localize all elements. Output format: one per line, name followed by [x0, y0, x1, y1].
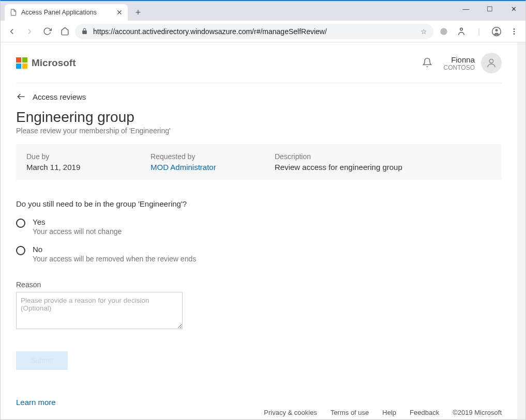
window-controls: — ☐ ✕ [454, 1, 525, 17]
extension-icon-2[interactable] [454, 24, 469, 39]
reload-button[interactable] [40, 24, 54, 39]
user-org: CONTOSO [444, 64, 475, 71]
microsoft-logo[interactable]: Microsoft [16, 57, 76, 69]
svg-point-7 [489, 59, 493, 63]
profile-button[interactable] [489, 24, 504, 39]
requested-by-link[interactable]: MOD Administrator [151, 163, 244, 172]
svg-point-3 [495, 29, 498, 32]
new-tab-button[interactable]: + [131, 5, 145, 20]
tab-close-icon[interactable]: ✕ [116, 8, 123, 17]
window-maximize-button[interactable]: ☐ [478, 1, 502, 17]
extension-icon[interactable] [437, 24, 451, 39]
option-yes-sub: Your access will not change [33, 227, 122, 236]
page-viewport: Microsoft Fionna CONTOSO [1, 42, 525, 419]
page-content: Microsoft Fionna CONTOSO [1, 42, 517, 419]
url-text: https://account.activedirectory.windowsa… [93, 27, 415, 36]
user-menu[interactable]: Fionna CONTOSO [444, 53, 502, 73]
breadcrumb-back[interactable]: Access reviews [16, 83, 502, 107]
footer-feedback-link[interactable]: Feedback [410, 409, 439, 416]
browser-titlebar: Access Panel Applications ✕ + — ☐ ✕ [1, 1, 525, 21]
svg-point-6 [514, 33, 515, 35]
breadcrumb-label: Access reviews [33, 92, 86, 101]
footer-copyright: ©2019 Microsoft [453, 409, 502, 416]
vertical-scrollbar[interactable] [517, 42, 525, 419]
option-no-sub: Your access will be removed when the rev… [33, 255, 196, 263]
svg-point-0 [440, 28, 447, 35]
back-arrow-icon [16, 91, 26, 102]
bookmark-star-icon[interactable]: ☆ [420, 27, 427, 36]
browser-menu-button[interactable] [507, 24, 521, 39]
site-header: Microsoft Fionna CONTOSO [16, 50, 502, 83]
home-button[interactable] [57, 24, 72, 39]
browser-tab[interactable]: Access Panel Applications ✕ [5, 4, 128, 21]
footer-privacy-link[interactable]: Privacy & cookies [264, 409, 317, 416]
microsoft-logo-icon [16, 57, 27, 69]
svg-point-5 [514, 30, 515, 32]
description-label: Description [275, 152, 491, 161]
option-yes[interactable]: Yes Your access will not change [16, 217, 502, 236]
review-info-panel: Due by March 11, 2019 Requested by MOD A… [16, 144, 502, 180]
svg-point-1 [460, 28, 463, 30]
brand-text: Microsoft [32, 57, 76, 69]
submit-button[interactable]: Submit [16, 351, 68, 370]
due-by-label: Due by [26, 152, 119, 161]
user-name: Fionna [444, 55, 475, 64]
due-by-value: March 11, 2019 [26, 163, 119, 172]
svg-point-4 [514, 28, 515, 30]
reason-textarea[interactable] [16, 292, 183, 329]
divider: | [472, 24, 486, 39]
forward-button[interactable] [22, 24, 37, 39]
page-icon [10, 9, 17, 16]
footer-help-link[interactable]: Help [382, 409, 396, 416]
address-bar[interactable]: https://account.activedirectory.windowsa… [75, 24, 433, 39]
lock-icon [81, 28, 88, 35]
browser-window: Access Panel Applications ✕ + — ☐ ✕ http… [0, 0, 526, 420]
page-subtitle: Please review your membership of 'Engine… [16, 127, 502, 135]
radio-no[interactable] [16, 246, 25, 255]
notifications-button[interactable] [422, 57, 432, 69]
footer-terms-link[interactable]: Terms of use [330, 409, 369, 416]
option-no-label: No [33, 245, 196, 254]
window-minimize-button[interactable]: — [454, 1, 478, 17]
option-no[interactable]: No Your access will be removed when the … [16, 245, 502, 263]
description-value: Review access for engineering group [275, 163, 491, 172]
avatar [481, 53, 502, 73]
window-close-button[interactable]: ✕ [502, 1, 525, 17]
back-button[interactable] [5, 24, 19, 39]
requested-by-label: Requested by [151, 152, 244, 161]
tab-title: Access Panel Applications [21, 9, 97, 16]
option-yes-label: Yes [33, 217, 122, 226]
reason-label: Reason [16, 281, 502, 289]
radio-yes[interactable] [16, 219, 25, 228]
question-prompt: Do you still need to be in the group 'En… [16, 199, 502, 208]
browser-toolbar: https://account.activedirectory.windowsa… [1, 21, 525, 42]
learn-more-link[interactable]: Learn more [16, 398, 502, 407]
page-title: Engineering group [16, 109, 502, 126]
page-footer: Privacy & cookies Terms of use Help Feed… [264, 409, 502, 416]
